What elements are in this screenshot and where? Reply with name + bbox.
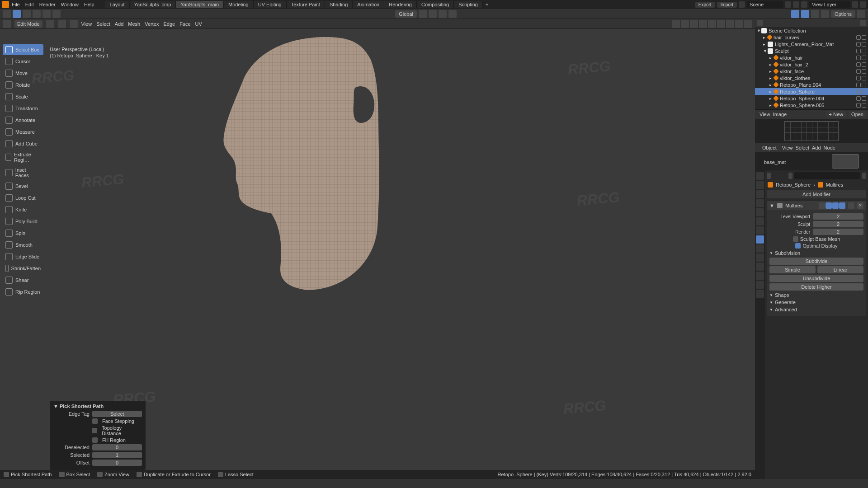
delete-higher-button[interactable]: Delete Higher bbox=[769, 283, 863, 291]
mod-realtime-toggle[interactable] bbox=[832, 202, 839, 209]
props-filter-icon[interactable] bbox=[862, 173, 866, 179]
tool-edge-slide[interactable]: Edge Slide bbox=[3, 251, 43, 262]
props-search-input[interactable] bbox=[794, 172, 860, 179]
subdivide-button[interactable]: Subdivide bbox=[769, 258, 863, 265]
options-more-icon[interactable] bbox=[857, 10, 865, 18]
select-icon-3[interactable] bbox=[42, 10, 51, 18]
imged-canvas[interactable] bbox=[755, 119, 868, 143]
edit-menu[interactable]: Edit bbox=[25, 2, 34, 7]
mod-edit-toggle[interactable] bbox=[819, 202, 825, 209]
fill-region-checkbox[interactable] bbox=[92, 437, 98, 443]
unsubdivide-button[interactable]: Unsubdivide bbox=[769, 275, 863, 282]
face-select-icon[interactable] bbox=[70, 20, 78, 28]
outliner-filter2-icon[interactable] bbox=[860, 20, 866, 26]
imged-open-button[interactable]: Open bbox=[849, 111, 866, 117]
outliner-item-lights-camera-floor-mat[interactable]: ▸Lights_Camera_Floor_Mat bbox=[755, 41, 868, 47]
face-stepping-checkbox[interactable] bbox=[92, 418, 98, 424]
props-tab-tool[interactable] bbox=[756, 172, 764, 180]
viewport-menu-face[interactable]: Face bbox=[179, 21, 190, 27]
prop-edit-icon[interactable] bbox=[439, 10, 447, 18]
add-tab-button[interactable]: + bbox=[483, 1, 491, 8]
mod-delete-button[interactable]: × bbox=[857, 202, 863, 209]
noded-node-menu[interactable]: Node bbox=[824, 145, 835, 150]
simple-button[interactable]: Simple bbox=[769, 266, 816, 273]
props-tab-data[interactable] bbox=[756, 272, 764, 280]
shading-wire-icon[interactable] bbox=[708, 20, 716, 28]
props-tab-material[interactable] bbox=[756, 281, 764, 289]
tab-shading[interactable]: Shading bbox=[325, 1, 353, 8]
viewlayer-delete-icon[interactable] bbox=[860, 1, 866, 8]
tab-compositing[interactable]: Compositing bbox=[417, 1, 454, 8]
outliner[interactable]: ▼Scene Collection ▸hair_curves▸Lights_Ca… bbox=[755, 27, 868, 109]
props-tab-output[interactable] bbox=[756, 190, 764, 198]
shader-node[interactable] bbox=[832, 154, 859, 169]
viewport-menu-select[interactable]: Select bbox=[96, 21, 110, 27]
import-button[interactable]: Import bbox=[717, 2, 737, 8]
tool-rotate[interactable]: Rotate bbox=[3, 80, 43, 90]
shape-header[interactable]: Shape bbox=[769, 292, 863, 298]
mod-more-icon[interactable] bbox=[848, 202, 854, 209]
props-tab-modifier[interactable] bbox=[756, 235, 764, 244]
props-tab-object[interactable] bbox=[756, 226, 764, 235]
topology-distance-checkbox[interactable] bbox=[92, 428, 97, 433]
render-menu[interactable]: Render bbox=[39, 2, 56, 7]
editor-type-icon[interactable] bbox=[3, 20, 11, 28]
orientation-dropdown[interactable]: Global bbox=[395, 10, 417, 18]
linear-button[interactable]: Linear bbox=[817, 266, 863, 273]
add-modifier-button[interactable]: Add Modifier bbox=[767, 190, 866, 198]
mesh-vert-icon[interactable] bbox=[791, 10, 799, 18]
file-menu[interactable]: File bbox=[12, 2, 20, 7]
tab-yansculpts-cmp[interactable]: YanSculpts_cmp bbox=[130, 1, 176, 8]
offset-value[interactable]: 0 bbox=[92, 460, 142, 466]
lvl-render-value[interactable]: 2 bbox=[813, 229, 863, 235]
viewport-menu-view[interactable]: View bbox=[81, 21, 92, 27]
props-tab-physics[interactable] bbox=[756, 253, 764, 262]
viewlayer-field[interactable]: View Layer bbox=[809, 1, 850, 8]
tab-layout[interactable]: Layout bbox=[105, 1, 130, 8]
mesh-edge-icon[interactable] bbox=[801, 10, 809, 18]
props-type-icon[interactable] bbox=[767, 173, 771, 179]
tool-smooth[interactable]: Smooth bbox=[3, 239, 43, 250]
tool-shrink-fatten[interactable]: Shrink/Fatten bbox=[3, 263, 43, 274]
outliner-item-retopo-sphere-004[interactable]: ▸Retopo_Sphere.004 bbox=[755, 95, 868, 102]
tab-modeling[interactable]: Modeling bbox=[224, 1, 254, 8]
outliner-item-retopo-plane-004[interactable]: ▸Retopo_Plane.004 bbox=[755, 81, 868, 88]
props-tab-viewlayer[interactable] bbox=[756, 199, 764, 207]
props-tab-scene[interactable] bbox=[756, 208, 764, 216]
outliner-item-viktor-hair[interactable]: ▸viktor_hair bbox=[755, 54, 868, 61]
outliner-item-viktor-face[interactable]: ▸viktor_face bbox=[755, 68, 868, 75]
gizmo-icon[interactable] bbox=[681, 20, 689, 28]
options-dropdown[interactable]: Options bbox=[831, 10, 855, 18]
sculpt-base-mesh-checkbox[interactable] bbox=[793, 236, 798, 242]
shading-solid-icon[interactable] bbox=[717, 20, 725, 28]
select-icon[interactable] bbox=[23, 10, 31, 18]
imged-new-button[interactable]: + New bbox=[826, 111, 846, 117]
imged-image-menu[interactable]: Image bbox=[773, 112, 787, 117]
help-menu[interactable]: Help bbox=[84, 2, 94, 7]
deselected-value[interactable]: 0 bbox=[92, 444, 142, 450]
tool-poly-build[interactable]: Poly Build bbox=[3, 216, 43, 227]
tool-knife[interactable]: Knife bbox=[3, 204, 43, 215]
overlay-icon[interactable] bbox=[690, 20, 698, 28]
viewport-menu-uv[interactable]: UV bbox=[195, 21, 202, 27]
viewport-3d[interactable]: Edit Mode ViewSelectAddMeshVertexEdgeFac… bbox=[0, 19, 755, 479]
scene-field[interactable]: Scene bbox=[747, 1, 783, 8]
tool-spin[interactable]: Spin bbox=[3, 228, 43, 239]
tool-measure[interactable]: Measure bbox=[3, 127, 43, 137]
tab-scripting[interactable]: Scripting bbox=[454, 1, 483, 8]
lvl-viewport-value[interactable]: 2 bbox=[813, 213, 863, 220]
tool-scale[interactable]: Scale bbox=[3, 91, 43, 102]
tab-yansculpts-main[interactable]: YanSculpts_main bbox=[176, 1, 224, 8]
edge-tag-dropdown[interactable]: Select bbox=[92, 411, 142, 417]
window-menu[interactable]: Window bbox=[61, 2, 79, 7]
props-tab-texture[interactable] bbox=[756, 290, 764, 298]
xray-icon[interactable] bbox=[699, 20, 707, 28]
tool-rip-region[interactable]: Rip Region bbox=[3, 286, 43, 297]
props-tab-render[interactable] bbox=[756, 181, 764, 189]
mesh-face-icon[interactable] bbox=[811, 10, 819, 18]
tab-rendering[interactable]: Rendering bbox=[384, 1, 417, 8]
scene-new-icon[interactable] bbox=[785, 1, 791, 8]
outliner-item-sculpt[interactable]: ▼Sculpt bbox=[755, 47, 868, 54]
advanced-header[interactable]: Advanced bbox=[769, 307, 863, 312]
tool-bevel[interactable]: Bevel bbox=[3, 181, 43, 192]
